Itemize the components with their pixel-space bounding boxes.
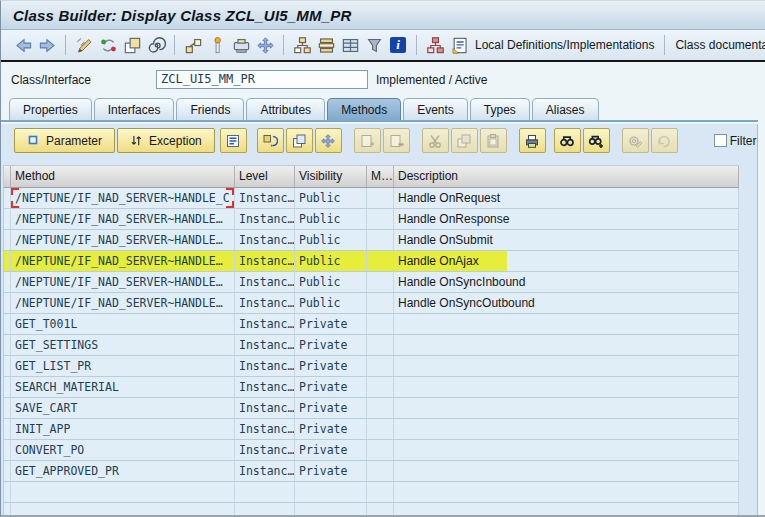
cell-level[interactable]: Instanc… (235, 377, 295, 398)
cell-description[interactable]: Handle OnRequest (394, 188, 739, 209)
cell-description[interactable]: Handle OnAjax (394, 251, 739, 272)
cell-m[interactable] (367, 188, 394, 209)
cell-visibility[interactable] (295, 503, 367, 515)
cell-method[interactable]: /NEPTUNE/IF_NAD_SERVER~HANDLE… (11, 230, 235, 251)
navigation-button[interactable] (315, 128, 342, 153)
cell-m[interactable] (367, 230, 394, 251)
table-row[interactable]: SEARCH_MATERIALInstanc…Private (4, 377, 739, 398)
forward-icon[interactable] (37, 35, 57, 55)
cell-visibility[interactable]: Public (295, 230, 367, 251)
cell-description[interactable] (394, 356, 739, 377)
row-gutter[interactable] (4, 188, 11, 209)
cell-level[interactable]: Instanc… (235, 272, 295, 293)
local-types-icon[interactable] (425, 35, 445, 55)
table-row[interactable]: SAVE_CARTInstanc…Private (4, 398, 739, 419)
cell-visibility[interactable]: Private (295, 398, 367, 419)
cell-method[interactable]: GET_SETTINGS (11, 335, 235, 356)
activate-icon[interactable] (207, 35, 227, 55)
table-row[interactable]: INIT_APPInstanc…Private (4, 419, 739, 440)
cell-description[interactable] (394, 314, 739, 335)
cell-level[interactable]: Instanc… (235, 335, 295, 356)
cell-level[interactable]: Instanc… (235, 251, 295, 272)
table-row[interactable]: GET_T001LInstanc…Private (4, 314, 739, 335)
cell-level[interactable] (235, 503, 295, 515)
table-row[interactable] (4, 503, 739, 515)
cell-m[interactable] (367, 503, 394, 515)
cell-visibility[interactable]: Private (295, 377, 367, 398)
row-gutter[interactable] (4, 251, 11, 272)
column-header-method[interactable]: Method (11, 166, 235, 187)
where-used-spiral-icon[interactable] (146, 35, 166, 55)
row-gutter[interactable] (4, 503, 11, 515)
cell-m[interactable] (367, 377, 394, 398)
cell-level[interactable]: Instanc… (235, 461, 295, 482)
cell-m[interactable] (367, 461, 394, 482)
cell-m[interactable] (367, 251, 394, 272)
row-gutter[interactable] (4, 398, 11, 419)
column-header-visibility[interactable]: Visibility (295, 166, 367, 187)
tab-methods[interactable]: Methods (327, 98, 401, 120)
cell-method[interactable] (11, 503, 235, 515)
cell-description[interactable] (394, 335, 739, 356)
tab-interfaces[interactable]: Interfaces (94, 98, 175, 120)
cell-description[interactable]: Handle OnResponse (394, 209, 739, 230)
row-gutter[interactable] (4, 377, 11, 398)
row-gutter[interactable] (4, 440, 11, 461)
cell-method[interactable]: /NEPTUNE/IF_NAD_SERVER~HANDLE_C (11, 188, 235, 209)
cell-visibility[interactable]: Private (295, 419, 367, 440)
cell-description[interactable] (394, 503, 739, 515)
cell-method[interactable]: /NEPTUNE/IF_NAD_SERVER~HANDLE… (11, 272, 235, 293)
local-definitions-icon[interactable] (449, 35, 469, 55)
exception-button[interactable]: Exception (117, 128, 215, 153)
cell-method[interactable]: GET_T001L (11, 314, 235, 335)
cell-method[interactable]: GET_APPROVED_PR (11, 461, 235, 482)
cell-method[interactable]: GET_LIST_PR (11, 356, 235, 377)
table-row[interactable]: GET_SETTINGSInstanc…Private (4, 335, 739, 356)
filter-checkbox[interactable]: Filter (714, 134, 757, 148)
row-gutter[interactable] (4, 293, 11, 314)
filter-funnel-icon[interactable] (364, 35, 384, 55)
local-definitions-button[interactable]: Local Definitions/Implementations (475, 38, 654, 52)
row-gutter[interactable] (4, 272, 11, 293)
row-gutter[interactable] (4, 482, 11, 503)
cell-m[interactable] (367, 293, 394, 314)
cell-level[interactable]: Instanc… (235, 398, 295, 419)
table-row[interactable]: /NEPTUNE/IF_NAD_SERVER~HANDLE…Instanc…Pu… (4, 230, 739, 251)
cell-m[interactable] (367, 482, 394, 503)
column-header-description[interactable]: Description (394, 166, 739, 187)
row-gutter[interactable] (4, 356, 11, 377)
cell-description[interactable]: Handle OnSyncOutbound (394, 293, 739, 314)
find-next-button[interactable] (583, 128, 610, 153)
cell-method[interactable]: /NEPTUNE/IF_NAD_SERVER~HANDLE… (11, 209, 235, 230)
cell-level[interactable]: Instanc… (235, 314, 295, 335)
cell-visibility[interactable]: Public (295, 188, 367, 209)
table-row[interactable]: CONVERT_POInstanc…Private (4, 440, 739, 461)
cell-level[interactable]: Instanc… (235, 230, 295, 251)
find-button[interactable] (554, 128, 581, 153)
table-row[interactable]: GET_APPROVED_PRInstanc…Private (4, 461, 739, 482)
cell-visibility[interactable]: Private (295, 356, 367, 377)
cell-m[interactable] (367, 356, 394, 377)
print-button[interactable] (519, 128, 546, 153)
back-icon[interactable] (13, 35, 33, 55)
cell-visibility[interactable] (295, 482, 367, 503)
table-row[interactable]: /NEPTUNE/IF_NAD_SERVER~HANDLE…Instanc…Pu… (4, 251, 739, 272)
parameter-button[interactable]: Parameter (14, 128, 115, 153)
cell-method[interactable] (11, 482, 235, 503)
cell-method[interactable]: SEARCH_MATERIAL (11, 377, 235, 398)
info-icon[interactable]: i (388, 35, 408, 55)
sort-button[interactable] (220, 128, 247, 153)
cell-description[interactable] (394, 482, 739, 503)
pretty-printer-icon[interactable] (231, 35, 251, 55)
tab-events[interactable]: Events (403, 98, 468, 120)
cell-visibility[interactable]: Private (295, 440, 367, 461)
row-gutter[interactable] (4, 209, 11, 230)
cell-visibility[interactable]: Public (295, 293, 367, 314)
row-gutter[interactable] (4, 230, 11, 251)
tab-friends[interactable]: Friends (176, 98, 244, 120)
table-row[interactable]: GET_LIST_PRInstanc…Private (4, 356, 739, 377)
table-row[interactable] (4, 482, 739, 503)
cell-level[interactable]: Instanc… (235, 419, 295, 440)
hierarchy-icon[interactable] (292, 35, 312, 55)
display-change-pencil-icon[interactable] (74, 35, 94, 55)
